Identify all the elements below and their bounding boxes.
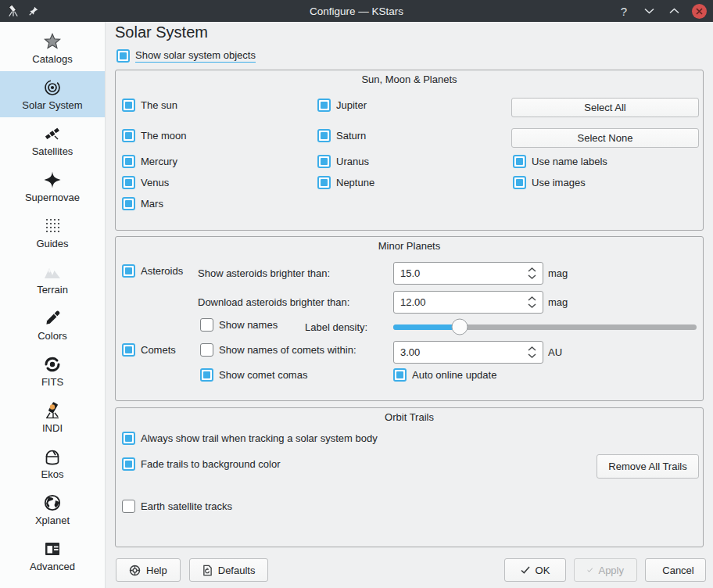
spinbox-value[interactable]: 15.0 [400, 267, 528, 279]
cancel-button[interactable]: Cancel [645, 558, 706, 582]
checkbox[interactable] [122, 432, 135, 445]
close-button[interactable] [692, 4, 707, 19]
spin-up-icon[interactable] [528, 346, 536, 351]
auto-online-update-checkbox[interactable]: Auto online update [393, 368, 496, 382]
sidebar-item-satellites[interactable]: Satellites [0, 117, 105, 163]
remove-all-trails-button[interactable]: Remove All Trails [597, 454, 699, 479]
checkbox-label: Mars [141, 198, 163, 210]
window-title: Configure — KStars [0, 5, 713, 17]
checkbox[interactable] [200, 368, 213, 382]
checkbox[interactable] [122, 155, 135, 168]
checkbox[interactable] [200, 343, 213, 357]
venus-checkbox[interactable]: Venus [122, 176, 169, 189]
use-name-labels-checkbox[interactable]: Use name labels [513, 155, 607, 168]
sidebar-item-advanced[interactable]: Advanced [0, 532, 105, 579]
sidebar-item-terrain[interactable]: Terrain [0, 256, 105, 302]
show-solar-system-objects-checkbox[interactable]: Show solar system objects [116, 49, 256, 63]
show-names-checkbox[interactable]: Show names [200, 318, 278, 332]
checkbox[interactable] [513, 176, 526, 189]
checkbox[interactable] [122, 457, 135, 471]
show-comet-comas-checkbox[interactable]: Show comet comas [200, 368, 307, 382]
sidebar-item-solar-system[interactable]: Solar System [0, 71, 105, 117]
sidebar-label: Ekos [41, 468, 64, 480]
sidebar-item-xplanet[interactable]: Xplanet [0, 486, 105, 532]
show-comet-names-within-checkbox[interactable]: Show names of comets within: [200, 343, 356, 357]
uranus-checkbox[interactable]: Uranus [317, 155, 369, 168]
slider-track[interactable] [393, 324, 697, 330]
mars-checkbox[interactable]: Mars [122, 197, 163, 210]
comets-checkbox[interactable]: Comets [122, 343, 176, 357]
checkbox-label: Neptune [336, 177, 374, 188]
sidebar-item-guides[interactable]: Guides [0, 210, 105, 256]
checkbox-label: Jupiter [336, 99, 367, 111]
ok-button[interactable]: OK [504, 558, 566, 582]
spinbox-arrows[interactable] [528, 267, 536, 279]
checkbox[interactable] [122, 129, 135, 142]
sidebar-item-ekos[interactable]: Ekos [0, 440, 105, 486]
maximize-button[interactable] [667, 4, 681, 18]
checkbox[interactable] [200, 318, 213, 332]
spin-down-icon[interactable] [528, 274, 536, 279]
spinbox-arrows[interactable] [528, 296, 536, 308]
saturn-checkbox[interactable]: Saturn [317, 129, 366, 142]
mercury-checkbox[interactable]: Mercury [122, 155, 177, 168]
checkbox[interactable] [122, 197, 135, 210]
download-magnitude-spinbox[interactable]: 12.00 [393, 291, 543, 314]
checkbox[interactable] [317, 155, 331, 168]
sidebar-item-supernovae[interactable]: Supernovae [0, 163, 105, 210]
select-all-button[interactable]: Select All [511, 98, 699, 117]
checkbox-label: Fade trails to background color [141, 458, 280, 470]
kstars-app-icon [6, 4, 20, 18]
always-show-trail-checkbox[interactable]: Always show trail when tracking a solar … [122, 432, 378, 445]
use-images-checkbox[interactable]: Use images [513, 176, 586, 189]
group-title: Sun, Moon & Planets [116, 74, 703, 85]
checkbox-label: Earth satellite tracks [141, 500, 232, 512]
window-help-button[interactable]: ? [617, 4, 631, 18]
download-asteroids-label: Download asteroids brighter than: [198, 296, 349, 308]
help-button[interactable]: Help [116, 558, 181, 582]
sidebar-item-fits[interactable]: FITS [0, 348, 105, 394]
defaults-button[interactable]: Defaults [189, 558, 269, 582]
checkbox[interactable] [393, 368, 407, 382]
checkbox[interactable] [122, 99, 135, 112]
neptune-checkbox[interactable]: Neptune [317, 176, 374, 189]
spin-down-icon[interactable] [528, 353, 536, 358]
select-none-button[interactable]: Select None [511, 128, 699, 148]
spin-up-icon[interactable] [528, 296, 536, 301]
the-sun-checkbox[interactable]: The sun [122, 99, 177, 112]
checkbox[interactable] [122, 264, 135, 278]
spinbox-arrows[interactable] [528, 346, 536, 358]
slider-handle[interactable] [452, 319, 468, 335]
earth-satellite-tracks-checkbox[interactable]: Earth satellite tracks [122, 500, 232, 513]
pin-icon[interactable] [28, 5, 39, 16]
fade-trails-checkbox[interactable]: Fade trails to background color [122, 457, 280, 471]
label-density-slider[interactable] [393, 318, 697, 335]
checkbox[interactable] [317, 176, 331, 189]
checkbox[interactable] [122, 176, 135, 189]
jupiter-checkbox[interactable]: Jupiter [317, 99, 367, 112]
comet-distance-spinbox[interactable]: 3.00 [393, 341, 543, 364]
checkbox[interactable] [122, 343, 135, 357]
solar-system-orbit-icon [43, 78, 62, 97]
checkbox[interactable] [116, 49, 130, 63]
sidebar-item-catalogs[interactable]: Catalogs [0, 25, 105, 71]
checkbox-label: Auto online update [412, 369, 496, 381]
spinbox-value[interactable]: 3.00 [400, 346, 528, 358]
sidebar-item-colors[interactable]: Colors [0, 302, 105, 348]
minimize-button[interactable] [642, 4, 656, 18]
checkbox[interactable] [513, 155, 526, 168]
the-moon-checkbox[interactable]: The moon [122, 129, 187, 142]
checkbox-label: Show names [219, 319, 278, 331]
checkbox[interactable] [317, 99, 331, 112]
apply-button[interactable]: Apply [574, 558, 637, 582]
help-lifebuoy-icon [129, 565, 141, 576]
sidebar-item-indi[interactable]: INDI [0, 394, 105, 440]
footer-right-buttons: OK Apply Cancel [504, 558, 706, 582]
spinbox-value[interactable]: 12.00 [400, 296, 528, 308]
asteroid-magnitude-spinbox[interactable]: 15.0 [393, 262, 543, 285]
asteroids-checkbox[interactable]: Asteroids [122, 264, 183, 278]
spin-up-icon[interactable] [528, 267, 536, 272]
checkbox[interactable] [317, 129, 331, 142]
spin-down-icon[interactable] [528, 303, 536, 308]
checkbox[interactable] [122, 500, 135, 513]
